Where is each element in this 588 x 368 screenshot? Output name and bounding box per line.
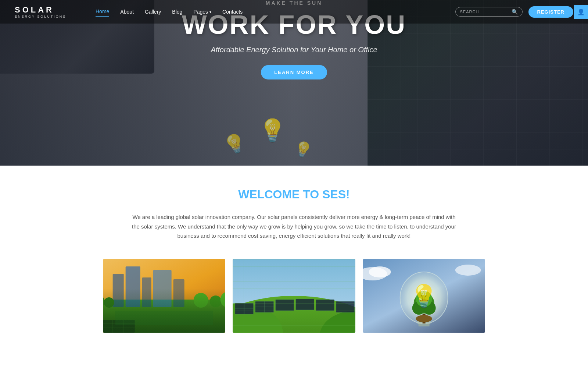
image-cards [15,259,573,333]
welcome-description: We are a leading global solar innovation… [129,212,459,241]
image-card-bulb[interactable] [363,259,485,333]
svg-rect-5 [153,270,172,307]
decor-bulb-2: 💡 [259,117,286,144]
svg-point-11 [220,291,226,308]
svg-rect-4 [142,277,151,307]
svg-point-10 [210,296,222,307]
nav-link-contacts[interactable]: Contacts [222,7,243,16]
svg-point-34 [369,266,391,277]
svg-point-7 [103,295,105,308]
welcome-brand: SES! [322,188,350,201]
chevron-down-icon: ▾ [209,10,211,14]
svg-point-42 [412,301,425,315]
search-input[interactable] [460,9,512,14]
svg-point-9 [194,293,208,308]
nav-link-home[interactable]: Home [96,7,109,17]
logo-subtitle: ENERGY SOLUTIONS [15,15,74,18]
svg-point-44 [416,291,432,307]
svg-point-43 [422,301,435,315]
svg-rect-2 [113,274,124,307]
nav-link-about[interactable]: About [120,7,134,16]
hero-section: 💡 💡 💡 SOLAR ENERGY SOLUTIONS Home About … [0,0,588,166]
image-card-panels[interactable] [233,259,355,333]
nav-link-pages[interactable]: Pages ▾ [193,7,211,16]
svg-rect-3 [126,266,140,307]
search-icon-button[interactable]: 🔍 [512,9,518,15]
svg-rect-12 [103,320,135,333]
svg-point-8 [104,297,114,308]
bulb-svg [363,259,485,333]
user-icon-button[interactable]: 👤 [574,5,588,19]
welcome-title: WELCOME TO SES! [15,188,573,201]
svg-point-35 [455,265,481,276]
svg-rect-39 [418,324,429,326]
navbar: SOLAR ENERGY SOLUTIONS Home About Galler… [0,0,588,24]
nav-link-gallery[interactable]: Gallery [145,7,161,16]
logo[interactable]: SOLAR ENERGY SOLUTIONS [15,5,74,18]
svg-point-45 [416,315,432,322]
hero-cta-button[interactable]: LEARN MORE [261,65,327,79]
nav-link-blog[interactable]: Blog [172,7,182,16]
register-button[interactable]: REGISTER [528,6,573,18]
user-icon: 👤 [577,8,585,15]
hero-subtitle: Affordable Energy Solution for Your Home… [0,46,588,54]
image-card-city[interactable] [103,259,225,333]
search-box: 🔍 [455,7,523,17]
nav-links: Home About Gallery Blog Pages ▾ Contacts [96,7,455,17]
logo-title: SOLAR [15,5,74,15]
svg-rect-6 [173,279,184,307]
city-svg [103,259,225,333]
welcome-section: WELCOME TO SES! We are a leading global … [0,166,588,347]
svg-rect-1 [103,300,225,333]
